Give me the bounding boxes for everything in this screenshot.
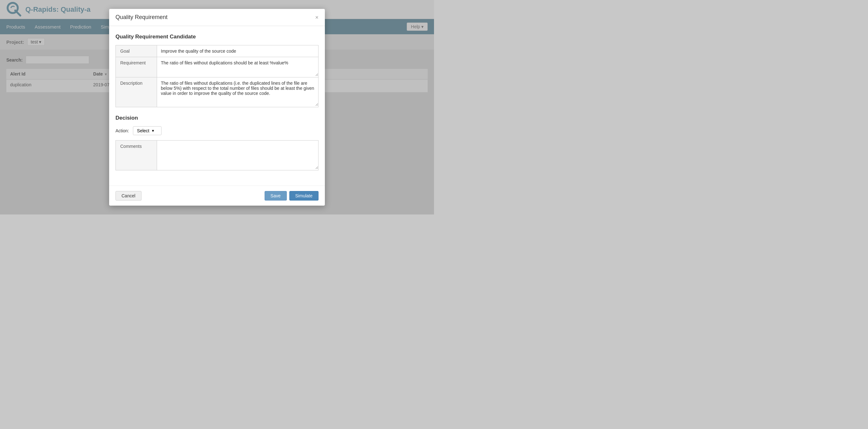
modal-close-button[interactable]: × <box>315 14 318 20</box>
comments-textarea[interactable] <box>157 141 318 169</box>
modal-dialog: Quality Requirement × Quality Requiremen… <box>109 9 325 206</box>
goal-label: Goal <box>116 45 157 57</box>
candidate-form-table: Goal Requirement Description <box>116 45 318 107</box>
comments-form-table: Comments <box>116 140 318 171</box>
description-label: Description <box>116 78 157 107</box>
cancel-button[interactable]: Cancel <box>116 191 142 201</box>
comments-value-cell <box>157 141 318 171</box>
decision-section-title: Decision <box>116 115 318 121</box>
select-caret-icon: ▼ <box>151 129 155 133</box>
comments-label: Comments <box>116 141 157 171</box>
candidate-section-title: Quality Requirement Candidate <box>116 34 318 40</box>
comments-row: Comments <box>116 141 318 171</box>
requirement-row: Requirement <box>116 57 318 78</box>
decision-section: Decision Action: Select ▼ Comments <box>116 115 318 171</box>
modal-title: Quality Requirement <box>116 14 167 21</box>
requirement-value-cell <box>157 57 318 78</box>
goal-input[interactable] <box>157 45 318 57</box>
footer-right-buttons: Save Simulate <box>265 191 318 201</box>
goal-value-cell <box>157 45 318 57</box>
description-row: Description <box>116 78 318 107</box>
requirement-label: Requirement <box>116 57 157 78</box>
action-select[interactable]: Select ▼ <box>133 126 161 135</box>
action-label: Action: <box>116 128 129 133</box>
save-button[interactable]: Save <box>265 191 287 201</box>
modal-footer: Cancel Save Simulate <box>109 186 325 206</box>
select-label: Select <box>137 128 149 133</box>
modal-body: Quality Requirement Candidate Goal Requi… <box>109 26 325 186</box>
simulate-button[interactable]: Simulate <box>289 191 318 201</box>
requirement-textarea[interactable] <box>157 57 318 76</box>
goal-row: Goal <box>116 45 318 57</box>
action-row: Action: Select ▼ <box>116 126 318 135</box>
description-textarea[interactable] <box>157 78 318 106</box>
description-value-cell <box>157 78 318 107</box>
modal-header: Quality Requirement × <box>109 9 325 26</box>
modal-overlay: Quality Requirement × Quality Requiremen… <box>0 0 434 214</box>
